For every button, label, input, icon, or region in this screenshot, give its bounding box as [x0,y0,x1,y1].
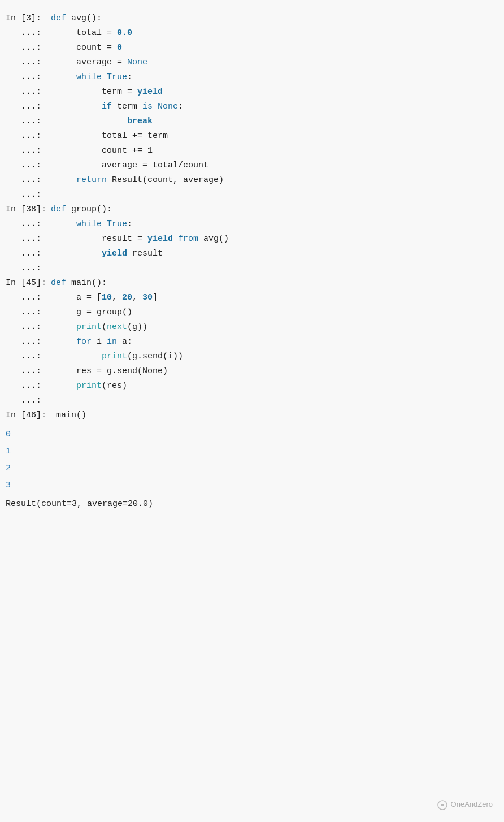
code-text: res = g.send(None) [51,365,168,378]
prompt: ...: [6,100,51,114]
code-text: count = 0 [51,41,122,55]
code-text: term = yield [51,85,163,99]
code-line: ...: count = 0 [6,41,498,55]
code-line: ...: yield result [6,246,498,261]
watermark-icon [437,799,448,811]
code-text: while True: [51,218,132,231]
prompt: ...: [6,27,51,40]
watermark-text: OneAndZero [451,799,493,811]
code-line: ...: count += 1 [6,144,498,158]
code-line: ...: if term is None: [6,99,498,114]
prompt: ...: [6,115,51,128]
code-text: break [51,115,153,128]
code-line: ...: total = 0.0 [6,26,498,41]
cell-3: In [3]: def avg(): ...: total = 0.0 ...:… [6,11,498,202]
code-text: result = yield from avg() [51,232,229,246]
code-line: ...: while True: [6,70,498,85]
prompt: ...: [6,71,51,84]
output-text: 0 [6,428,11,442]
code-text: print(g.send(i)) [51,350,183,364]
output-block: 0 1 2 3 Result(count=3, average=20.0) [6,426,498,512]
prompt: In [3]: [6,12,51,25]
code-text: def avg(): [51,12,102,25]
code-text: print(res) [51,379,127,393]
prompt: ...: [6,291,51,305]
prompt: ...: [6,41,51,55]
code-text: def group(): [51,203,112,217]
code-line: ...: g = group() [6,305,498,320]
code-line: ...: for i in a: [6,335,498,349]
code-line: ...: [6,261,498,276]
watermark: OneAndZero [437,799,493,811]
code-line: ...: while True: [6,217,498,232]
code-line: ...: average = None [6,55,498,70]
code-text: return Result(count, average) [51,174,224,187]
prompt: ...: [6,306,51,319]
prompt: ...: [6,321,51,334]
code-text: for i in a: [51,335,132,349]
code-text: g = group() [51,306,132,319]
code-line: ...: print(next(g)) [6,320,498,335]
prompt: In [45]: [6,276,51,290]
output-result-text: Result(count=3, average=20.0) [6,497,153,511]
code-line: In [3]: def avg(): [6,11,498,26]
output-line-3: 3 [6,477,498,494]
output-line-2: 2 [6,460,498,477]
code-line: ...: res = g.send(None) [6,364,498,379]
code-line: ...: [6,393,498,408]
code-text: yield result [51,247,163,261]
code-line: ...: break [6,114,498,129]
code-container: In [3]: def avg(): ...: total = 0.0 ...:… [0,0,504,822]
output-text: 3 [6,479,11,492]
output-text: 2 [6,462,11,475]
code-line: ...: term = yield [6,85,498,99]
prompt: ...: [6,379,51,393]
code-text: print(next(g)) [51,321,147,334]
code-line: ...: total += term [6,129,498,144]
code-line: ...: print(res) [6,379,498,393]
prompt: ...: [6,218,51,231]
code-text: total = 0.0 [51,27,132,40]
code-text: average = total/count [51,159,208,172]
prompt: ...: [6,85,51,99]
code-line: ...: print(g.send(i)) [6,349,498,364]
prompt: In [46]: [6,409,51,422]
prompt: ...: [6,247,51,261]
output-line-1: 1 [6,443,498,460]
code-text: main() [51,409,86,422]
code-line: ...: [6,188,498,202]
output-line-0: 0 [6,426,498,443]
code-text: count += 1 [51,144,153,158]
code-line: In [45]: def main(): [6,276,498,291]
code-text: def main(): [51,276,107,290]
prompt: ...: [6,188,51,202]
code-line: In [46]: main() [6,408,498,423]
code-text: while True: [51,71,132,84]
code-line: ...: result = yield from avg() [6,232,498,246]
code-line: ...: a = [10, 20, 30] [6,291,498,305]
prompt: ...: [6,232,51,246]
prompt: ...: [6,262,51,275]
code-line: In [38]: def group(): [6,202,498,217]
prompt: ...: [6,335,51,349]
prompt: ...: [6,159,51,172]
cell-38: In [38]: def group(): ...: while True: .… [6,202,498,276]
code-text: total += term [51,129,168,143]
code-line: ...: average = total/count [6,158,498,173]
prompt: ...: [6,174,51,187]
output-line-result: Result(count=3, average=20.0) [6,494,498,512]
prompt: ...: [6,394,51,408]
prompt: In [38]: [6,203,51,217]
cell-45: In [45]: def main(): ...: a = [10, 20, 3… [6,276,498,408]
cell-46: In [46]: main() [6,408,498,423]
output-text: 1 [6,445,11,458]
code-text: if term is None: [51,100,183,114]
code-text: average = None [51,56,147,70]
prompt: ...: [6,365,51,378]
prompt: ...: [6,129,51,143]
prompt: ...: [6,350,51,364]
code-text: a = [10, 20, 30] [51,291,158,305]
code-line: ...: return Result(count, average) [6,173,498,188]
prompt: ...: [6,56,51,70]
prompt: ...: [6,144,51,158]
